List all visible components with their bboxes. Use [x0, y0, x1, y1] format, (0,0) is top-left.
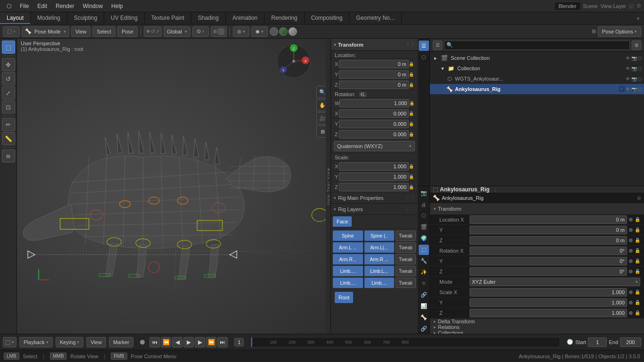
eye-icon-collection[interactable]: 👁 [626, 66, 630, 71]
tweak-5-btn[interactable]: Tweak [396, 278, 416, 288]
output-props-tab[interactable]: 🖨 [419, 199, 429, 210]
pose-menu[interactable]: Pose [117, 26, 138, 37]
rig-layers-header[interactable]: ▾ Rig Layers ⋮⋮ [331, 204, 418, 215]
scale-z-lock[interactable]: 🔒 [409, 183, 414, 191]
tweak-1-btn[interactable]: Tweak [396, 230, 416, 241]
prop-location-y-input[interactable] [470, 226, 627, 234]
wgts-item[interactable]: ⬡ WGTS_Ankylosaur... 👁 📷 ⬡ [430, 74, 644, 84]
location-z-key[interactable]: 🔒 [635, 238, 640, 243]
solid-shading-btn[interactable] [270, 27, 278, 36]
camera-icon-scene[interactable]: 📷 [631, 56, 637, 61]
location-z-input[interactable] [339, 81, 409, 89]
location-y-lock[interactable]: 🔒 [409, 71, 414, 78]
tab-compositing[interactable]: Compositing [305, 12, 350, 24]
editor-type-btn[interactable]: ⬚ ▾ [3, 26, 20, 37]
expand-icon[interactable]: ◱ [629, 3, 634, 9]
scale-x-lock[interactable]: 🔒 [409, 163, 414, 170]
menu-help[interactable]: Help [107, 2, 127, 10]
rotation-z-input[interactable] [339, 130, 409, 139]
prev-frame-btn[interactable]: ◀ [172, 337, 182, 347]
rotation-z-lock[interactable]: 🔒 [409, 131, 414, 138]
tab-modeling[interactable]: Modeling [31, 12, 67, 24]
outliner-search-input[interactable] [454, 41, 627, 50]
play-btn[interactable]: ▶ [183, 337, 194, 347]
physics-props-tab[interactable]: ⚛ [419, 278, 429, 288]
arm-l2-btn[interactable]: Arm.L(... [364, 242, 395, 253]
camera-icon-rig[interactable]: 📷 [631, 87, 637, 92]
prev-keyframe-btn[interactable]: ⏪ [161, 337, 171, 347]
jump-end-btn[interactable]: ⏭ [217, 337, 228, 347]
current-frame-input[interactable]: 1 [234, 338, 244, 346]
keying-menu[interactable]: Keying ▾ [56, 337, 84, 347]
render-icon-collection[interactable]: ⬡ [638, 66, 642, 71]
location-x-input[interactable] [339, 60, 409, 68]
location-y-key[interactable]: 🔒 [635, 227, 640, 232]
limb-l-btn[interactable]: Limb.L... [364, 266, 395, 276]
rotation-z-key[interactable]: 🔒 [635, 269, 640, 274]
face-btn[interactable]: Face [333, 216, 352, 227]
tab-animation[interactable]: Animation [226, 12, 264, 24]
collection-item[interactable]: ▾ 📁 Collection 👁 📷 ⬡ [430, 63, 644, 74]
jump-start-btn[interactable]: ⏮ [149, 337, 160, 347]
tweak-4-btn[interactable]: Tweak [396, 266, 416, 276]
spine-btn[interactable]: Spine [333, 230, 363, 241]
render-props-tab[interactable]: 📷 [419, 188, 429, 198]
menu-blender-logo[interactable]: ⬡ [3, 2, 15, 10]
end-frame-input[interactable] [620, 337, 641, 347]
root-btn[interactable]: Root [335, 292, 353, 303]
start-frame-input[interactable] [588, 337, 607, 347]
collections-header[interactable]: ▸ Collections [430, 330, 644, 334]
render-shading-btn[interactable] [289, 27, 297, 36]
rotate-tool-btn[interactable]: ↺ [2, 72, 15, 85]
render-icon-wgts[interactable]: ⬡ [638, 76, 642, 82]
context-strip[interactable]: Item Tool View [326, 39, 330, 334]
timeline-track[interactable]: 1 100 200 300 400 500 600 700 800 [250, 337, 560, 347]
scale-z-key[interactable]: 🔒 [635, 310, 640, 315]
tab-geometry-nodes[interactable]: Geometry No... [349, 12, 401, 24]
tab-rendering[interactable]: Rendering [264, 12, 304, 24]
scale-z-input[interactable] [339, 183, 409, 191]
prop-rotation-x-input[interactable] [470, 247, 627, 255]
select-menu[interactable]: Select [92, 26, 116, 37]
rotation-mode-dropdown[interactable]: Quaternion (WXYZ) ▾ [334, 141, 415, 151]
scene-icon-tab[interactable]: ☰ [419, 41, 429, 51]
menu-window[interactable]: Window [79, 2, 107, 10]
prop-location-z-input[interactable] [470, 236, 627, 245]
delta-transform-header[interactable]: ▸ Delta Transform [430, 319, 644, 324]
eye-icon-scene[interactable]: 👁 [626, 56, 630, 61]
transform-section-header[interactable]: ▾ Transform [430, 203, 644, 214]
prop-scale-z-input[interactable] [470, 309, 627, 317]
select-tool-btn[interactable]: ⬚ [2, 41, 15, 54]
next-frame-btn[interactable]: ▶ [195, 337, 205, 347]
arm-r2-btn[interactable]: Arm.R ... [364, 254, 395, 264]
viewport-canvas[interactable]: X Z Y 🔍 ✋ 🎥 ⊞ [17, 39, 330, 334]
rotation-y-input[interactable] [339, 120, 409, 128]
view-menu[interactable]: View [71, 26, 91, 37]
arm-r-btn[interactable]: Arm.R... [333, 254, 363, 264]
editor-type-timeline-btn[interactable]: ⬚ ▾ [3, 337, 17, 347]
transform-space-dropdown[interactable]: Global ▾ [164, 26, 190, 37]
location-x-key[interactable]: 🔒 [635, 217, 640, 222]
limb-1-btn[interactable]: Limb.... [333, 266, 363, 276]
view-layer-props-tab[interactable]: ⬡ [419, 211, 429, 221]
rotation-w-input[interactable] [339, 99, 409, 107]
props-settings-icon[interactable]: ⋮ [493, 187, 498, 192]
prop-scale-x-input[interactable] [470, 288, 627, 296]
navigation-gizmo[interactable]: X Z Y [275, 42, 313, 80]
playback-menu[interactable]: Playback ▾ [19, 337, 53, 347]
marker-menu[interactable]: Marker [109, 337, 133, 347]
prop-location-x-input[interactable] [470, 215, 627, 224]
scale-x-input[interactable] [339, 162, 409, 171]
transform-tool-btn[interactable]: ⊡ [2, 100, 15, 114]
scale-y-lock[interactable]: 🔒 [409, 173, 414, 181]
bone-constraint-props-tab[interactable]: 🔗 [419, 323, 429, 334]
particles-props-tab[interactable]: ✨ [419, 267, 429, 277]
next-keyframe-btn[interactable]: ⏩ [206, 337, 216, 347]
scale-tool-btn[interactable]: ⤢ [2, 86, 15, 99]
eye-icon-wgts[interactable]: 👁 [626, 76, 630, 82]
rotation-y-lock[interactable]: 🔒 [409, 120, 414, 128]
annotate-tool-btn[interactable]: ✏ [2, 118, 15, 131]
tab-layout[interactable]: Layout [0, 12, 31, 24]
arm-l-btn[interactable]: Arm.L ... [333, 242, 363, 253]
render-icon-scene[interactable]: ⬡ [638, 56, 642, 61]
